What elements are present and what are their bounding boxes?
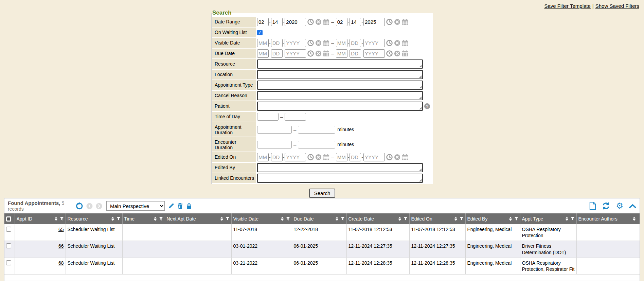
lock-perspective-icon[interactable] — [186, 203, 192, 209]
location-input[interactable] — [257, 70, 423, 79]
date-range-start-month-input[interactable] — [257, 18, 269, 26]
clear-icon[interactable] — [394, 40, 400, 46]
clock-icon[interactable] — [307, 154, 314, 160]
row-checkbox[interactable] — [6, 260, 11, 265]
column-header-create-date[interactable]: Create Date — [346, 213, 409, 224]
sort-icon[interactable] — [509, 217, 512, 221]
edited-by-input[interactable] — [257, 163, 423, 172]
encounter-duration-min-input[interactable] — [257, 141, 292, 148]
next-page-icon[interactable] — [96, 203, 102, 209]
visible-date-start-month-input[interactable] — [257, 39, 269, 47]
resource-input[interactable] — [257, 59, 423, 69]
clear-icon[interactable] — [394, 19, 400, 25]
perspective-select[interactable]: Main Perspective — [106, 201, 165, 211]
sort-icon[interactable] — [566, 217, 568, 221]
sort-icon[interactable] — [281, 217, 284, 221]
search-button[interactable]: Search — [309, 189, 336, 198]
column-header-encounter-authors[interactable]: Encounter Authors — [576, 213, 640, 224]
patient-input[interactable] — [257, 102, 423, 111]
sort-icon[interactable] — [398, 217, 401, 221]
clear-icon[interactable] — [315, 40, 322, 46]
due-date-start-day-input[interactable] — [271, 49, 283, 58]
column-header-edited-on[interactable]: Edited On — [409, 213, 465, 224]
date-range-end-day-input[interactable] — [350, 18, 361, 26]
clock-icon[interactable] — [386, 154, 393, 160]
appointment-duration-min-input[interactable] — [257, 126, 292, 134]
visible-date-start-year-input[interactable] — [285, 39, 306, 47]
calendar-icon[interactable] — [323, 50, 329, 57]
date-range-end-year-input[interactable] — [363, 18, 385, 26]
calendar-icon[interactable] — [402, 40, 408, 46]
filter-icon[interactable] — [341, 217, 345, 221]
due-date-end-day-input[interactable] — [350, 49, 361, 58]
sort-icon[interactable] — [154, 217, 157, 221]
edited-on-start-day-input[interactable] — [271, 153, 283, 161]
collapse-chevron-icon[interactable] — [629, 204, 636, 208]
filter-icon[interactable] — [404, 217, 408, 221]
linked-encounters-input[interactable] — [257, 174, 423, 183]
time-of-day-start-input[interactable] — [257, 113, 279, 121]
help-icon[interactable]: ? — [424, 103, 430, 109]
clock-icon[interactable] — [386, 19, 393, 25]
clock-icon[interactable] — [307, 50, 314, 57]
date-range-start-day-input[interactable] — [271, 18, 283, 26]
save-filter-template-link[interactable]: Save Filter Template — [544, 3, 590, 9]
edited-on-start-year-input[interactable] — [285, 153, 306, 161]
column-header-time[interactable]: Time — [122, 213, 165, 224]
clock-icon[interactable] — [307, 19, 314, 25]
clear-icon[interactable] — [315, 154, 322, 160]
clear-icon[interactable] — [394, 154, 400, 160]
column-header-edited-by[interactable]: Edited By — [465, 213, 520, 224]
filter-icon[interactable] — [159, 217, 163, 221]
appt-id-link[interactable]: 68 — [58, 260, 64, 266]
sort-icon[interactable] — [336, 217, 338, 221]
visible-date-start-day-input[interactable] — [271, 39, 283, 47]
appt-id-link[interactable]: 65 — [58, 227, 64, 232]
clock-icon[interactable] — [386, 40, 393, 46]
sort-icon[interactable] — [111, 217, 114, 221]
edited-on-end-month-input[interactable] — [336, 153, 347, 161]
filter-icon[interactable] — [571, 217, 575, 221]
time-of-day-end-input[interactable] — [285, 113, 306, 121]
calendar-icon[interactable] — [402, 19, 408, 25]
column-header-appt-type[interactable]: Appt Type — [520, 213, 576, 224]
on-waiting-list-checkbox[interactable]: ✓ — [257, 30, 263, 35]
visible-date-end-day-input[interactable] — [350, 39, 361, 47]
visible-date-end-year-input[interactable] — [363, 39, 385, 47]
refresh-icon[interactable] — [602, 202, 610, 210]
column-header-resource[interactable]: Resource — [66, 213, 122, 224]
clock-icon[interactable] — [307, 40, 314, 46]
edit-perspective-icon[interactable] — [168, 203, 174, 209]
column-header-due-date[interactable]: Due Date — [292, 213, 346, 224]
sort-icon[interactable] — [220, 217, 223, 221]
row-checkbox[interactable] — [6, 243, 11, 248]
calendar-icon[interactable] — [323, 19, 329, 25]
date-range-start-year-input[interactable] — [285, 18, 306, 26]
delete-perspective-icon[interactable] — [177, 203, 183, 209]
cancel-reason-input[interactable] — [257, 91, 423, 100]
filter-icon[interactable] — [514, 217, 518, 221]
sort-icon[interactable] — [454, 217, 457, 221]
filter-icon[interactable] — [117, 217, 121, 221]
appointment-type-input[interactable] — [257, 81, 423, 90]
row-checkbox[interactable] — [6, 227, 11, 232]
show-saved-filters-link[interactable]: Show Saved Filters — [595, 3, 639, 9]
clear-icon[interactable] — [315, 50, 322, 57]
appointment-duration-max-input[interactable] — [298, 126, 335, 134]
calendar-icon[interactable] — [402, 50, 408, 57]
calendar-icon[interactable] — [323, 40, 329, 46]
calendar-icon[interactable] — [402, 154, 408, 160]
edited-on-end-day-input[interactable] — [350, 153, 361, 161]
new-document-icon[interactable] — [589, 202, 596, 210]
date-range-end-month-input[interactable] — [336, 18, 347, 26]
select-all-checkbox[interactable] — [6, 216, 11, 222]
encounter-duration-max-input[interactable] — [298, 141, 335, 148]
filter-icon[interactable] — [460, 217, 464, 221]
edited-on-start-month-input[interactable] — [257, 153, 269, 161]
settings-gear-icon[interactable]: ⚙ — [616, 202, 623, 210]
column-header-appt-id[interactable]: Appt ID — [15, 213, 66, 224]
sort-icon[interactable] — [55, 217, 57, 221]
previous-page-icon[interactable] — [86, 203, 93, 209]
calendar-icon[interactable] — [323, 154, 329, 160]
filter-icon[interactable] — [286, 217, 290, 221]
